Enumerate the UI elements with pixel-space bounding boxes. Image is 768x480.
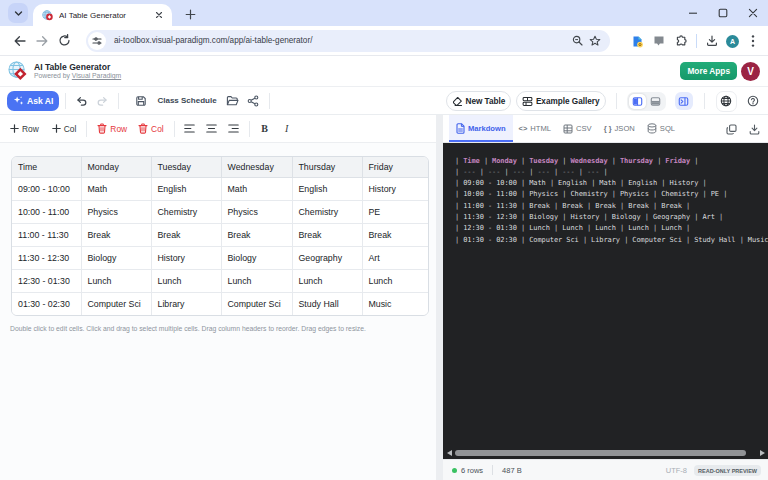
tab-csv[interactable]: CSV (557, 115, 598, 142)
table-cell[interactable]: PE (362, 200, 428, 223)
column-header[interactable]: Monday (81, 157, 151, 177)
table-cell[interactable]: Biology (221, 246, 292, 269)
reload-button[interactable] (53, 30, 75, 52)
table-cell[interactable]: Chemistry (292, 200, 362, 223)
tab-close-button[interactable] (153, 9, 165, 21)
share-button[interactable] (243, 91, 263, 111)
zoom-icon-button[interactable] (568, 32, 586, 50)
table-cell[interactable]: Break (362, 223, 428, 246)
undo-button[interactable] (72, 91, 92, 111)
new-tab-button[interactable] (182, 6, 199, 23)
url-bar[interactable]: ai-toolbox.visual-paradigm.com/app/ai-ta… (86, 30, 610, 52)
table-cell[interactable]: English (292, 177, 362, 200)
table-cell[interactable]: Study Hall (292, 292, 362, 315)
downloads-button[interactable] (704, 33, 721, 50)
table-cell[interactable]: Computer Sci (221, 292, 292, 315)
save-button[interactable] (131, 91, 151, 111)
table-cell[interactable]: Break (151, 223, 221, 246)
language-button[interactable] (716, 91, 737, 112)
sidepanel-bubble-button[interactable] (651, 33, 668, 50)
table-cell[interactable]: 01:30 - 02:30 (12, 292, 81, 315)
column-header[interactable]: Time (12, 157, 81, 177)
scroll-right-arrow[interactable] (757, 447, 767, 459)
table-cell[interactable]: Lunch (292, 269, 362, 292)
markdown-code-view[interactable]: | Time | Monday | Tuesday | Wednesday | … (443, 143, 768, 447)
password-manager-button[interactable] (629, 33, 646, 50)
table-cell[interactable]: Break (221, 223, 292, 246)
horizontal-scrollbar[interactable] (443, 447, 768, 459)
schedule-table[interactable]: TimeMondayTuesdayWednesdayThursdayFriday… (12, 157, 428, 315)
browser-profile-avatar[interactable]: A (726, 35, 739, 48)
table-cell[interactable]: History (151, 246, 221, 269)
browser-menu-button[interactable] (745, 33, 762, 50)
column-header[interactable]: Wednesday (221, 157, 292, 177)
align-right-button[interactable] (227, 120, 241, 138)
table-cell[interactable]: Chemistry (151, 200, 221, 223)
table-cell[interactable]: Lunch (221, 269, 292, 292)
tab-html[interactable]: <> HTML (513, 115, 557, 142)
scroll-left-arrow[interactable] (444, 447, 454, 459)
user-avatar[interactable]: V (741, 62, 760, 81)
document-name[interactable]: Class Schedule (157, 96, 216, 105)
redo-button[interactable] (92, 91, 112, 111)
column-header[interactable]: Tuesday (151, 157, 221, 177)
table-cell[interactable]: 11:30 - 12:30 (12, 246, 81, 269)
table-cell[interactable]: Math (81, 177, 151, 200)
table-cell[interactable]: Music (362, 292, 428, 315)
align-left-button[interactable] (183, 120, 197, 138)
bookmark-star-button[interactable] (586, 32, 604, 50)
add-col-button[interactable]: Col (50, 119, 79, 139)
table-cell[interactable]: 12:30 - 01:30 (12, 269, 81, 292)
window-maximize-button[interactable] (717, 7, 729, 19)
table-cell[interactable]: 10:00 - 11:00 (12, 200, 81, 223)
table-cell[interactable]: Break (81, 223, 151, 246)
forward-button[interactable] (31, 30, 53, 52)
more-apps-button[interactable]: More Apps (680, 62, 737, 80)
table-cell[interactable]: Library (151, 292, 221, 315)
table-cell[interactable]: Lunch (151, 269, 221, 292)
table-cell[interactable]: English (151, 177, 221, 200)
align-center-button[interactable] (205, 120, 219, 138)
delete-col-button[interactable]: Col (136, 119, 166, 139)
table-cell[interactable]: Lunch (81, 269, 151, 292)
example-gallery-button[interactable]: Example Gallery (516, 91, 605, 111)
visual-paradigm-link[interactable]: Visual Paradigm (72, 72, 121, 79)
new-table-button[interactable]: New Table (446, 91, 511, 111)
table-cell[interactable]: Lunch (362, 269, 428, 292)
delete-row-button[interactable]: Row (95, 119, 129, 139)
help-button[interactable] (745, 93, 761, 109)
split-horizontal-toggle[interactable] (647, 94, 664, 109)
table-cell[interactable]: Physics (81, 200, 151, 223)
split-vertical-toggle[interactable] (629, 94, 646, 109)
table-cell[interactable]: Art (362, 246, 428, 269)
table-cell[interactable]: 11:00 - 11:30 (12, 223, 81, 246)
browser-tab[interactable]: AI Table Generator (33, 4, 172, 26)
site-settings-button[interactable] (88, 32, 106, 50)
window-close-button[interactable] (747, 7, 759, 19)
tab-sql[interactable]: SQL (641, 115, 681, 142)
tab-markdown[interactable]: Markdown (449, 115, 513, 142)
panel-resizer[interactable] (436, 115, 443, 480)
scrollbar-thumb[interactable] (455, 450, 746, 456)
back-button[interactable] (9, 30, 31, 52)
download-export-button[interactable] (746, 121, 762, 137)
table-cell[interactable]: Break (292, 223, 362, 246)
bold-button[interactable]: B (258, 120, 272, 138)
table-cell[interactable]: Physics (221, 200, 292, 223)
table-cell[interactable]: Biology (81, 246, 151, 269)
preview-panel-toggle[interactable] (675, 92, 693, 110)
table-cell[interactable]: 09:00 - 10:00 (12, 177, 81, 200)
tab-json[interactable]: { } JSON (598, 115, 641, 142)
table-cell[interactable]: History (362, 177, 428, 200)
add-row-button[interactable]: Row (8, 119, 41, 139)
open-file-button[interactable] (223, 91, 243, 111)
column-header[interactable]: Friday (362, 157, 428, 177)
column-header[interactable]: Thursday (292, 157, 362, 177)
window-minimize-button[interactable] (687, 7, 699, 19)
table-cell[interactable]: Geography (292, 246, 362, 269)
table-cell[interactable]: Math (221, 177, 292, 200)
ask-ai-button[interactable]: Ask AI (7, 91, 59, 111)
copy-button[interactable] (723, 121, 739, 137)
table-cell[interactable]: Computer Sci (81, 292, 151, 315)
extensions-button[interactable] (673, 33, 690, 50)
